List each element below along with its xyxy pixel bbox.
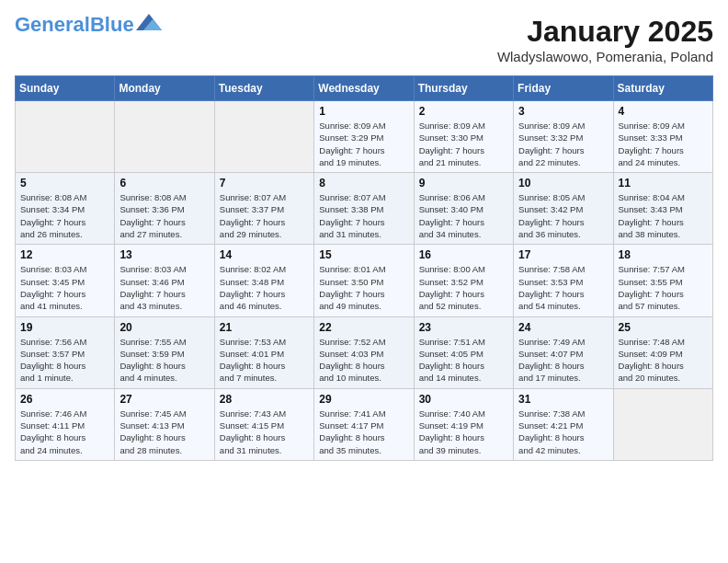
calendar-cell: 30Sunrise: 7:40 AM Sunset: 4:19 PM Dayli…	[414, 388, 513, 460]
calendar-cell: 9Sunrise: 8:06 AM Sunset: 3:40 PM Daylig…	[414, 173, 513, 245]
day-number: 3	[518, 105, 608, 118]
day-number: 16	[419, 248, 508, 261]
calendar-week-row: 26Sunrise: 7:46 AM Sunset: 4:11 PM Dayli…	[16, 388, 713, 460]
day-number: 31	[518, 393, 608, 406]
day-number: 27	[119, 393, 209, 406]
logo-text: GeneralBlue	[15, 15, 134, 35]
calendar-cell: 27Sunrise: 7:45 AM Sunset: 4:13 PM Dayli…	[115, 388, 214, 460]
header-row: SundayMondayTuesdayWednesdayThursdayFrid…	[16, 76, 713, 101]
calendar-cell: 1Sunrise: 8:09 AM Sunset: 3:29 PM Daylig…	[314, 101, 414, 173]
cell-content: Sunrise: 8:01 AM Sunset: 3:50 PM Dayligh…	[319, 263, 408, 312]
calendar-cell	[214, 101, 313, 173]
calendar-cell: 16Sunrise: 8:00 AM Sunset: 3:52 PM Dayli…	[414, 245, 513, 316]
day-number: 11	[619, 177, 708, 190]
cell-content: Sunrise: 7:40 AM Sunset: 4:19 PM Dayligh…	[419, 408, 508, 456]
cell-content: Sunrise: 8:06 AM Sunset: 3:40 PM Dayligh…	[419, 191, 508, 240]
calendar-cell: 31Sunrise: 7:38 AM Sunset: 4:21 PM Dayli…	[514, 388, 613, 460]
calendar-cell: 28Sunrise: 7:43 AM Sunset: 4:15 PM Dayli…	[214, 388, 313, 460]
cell-content: Sunrise: 7:51 AM Sunset: 4:05 PM Dayligh…	[419, 336, 508, 385]
calendar-cell: 4Sunrise: 8:09 AM Sunset: 3:33 PM Daylig…	[613, 101, 712, 173]
calendar-cell	[613, 388, 712, 460]
calendar-week-row: 5Sunrise: 8:08 AM Sunset: 3:34 PM Daylig…	[16, 173, 713, 245]
day-number: 1	[319, 105, 408, 118]
calendar-cell: 5Sunrise: 8:08 AM Sunset: 3:34 PM Daylig…	[16, 173, 115, 245]
day-number: 26	[20, 393, 109, 406]
day-number: 8	[319, 177, 408, 190]
title-block: January 2025 Wladyslawowo, Pomerania, Po…	[497, 15, 713, 64]
calendar-cell: 3Sunrise: 8:09 AM Sunset: 3:32 PM Daylig…	[514, 101, 613, 173]
month-title: January 2025	[497, 15, 713, 49]
day-number: 17	[518, 248, 608, 261]
calendar-cell: 10Sunrise: 8:05 AM Sunset: 3:42 PM Dayli…	[514, 173, 613, 245]
calendar-cell: 25Sunrise: 7:48 AM Sunset: 4:09 PM Dayli…	[613, 316, 712, 388]
cell-content: Sunrise: 8:07 AM Sunset: 3:38 PM Dayligh…	[319, 191, 408, 240]
cell-content: Sunrise: 7:57 AM Sunset: 3:55 PM Dayligh…	[619, 263, 708, 312]
calendar-week-row: 19Sunrise: 7:56 AM Sunset: 3:57 PM Dayli…	[16, 316, 713, 388]
cell-content: Sunrise: 8:03 AM Sunset: 3:46 PM Dayligh…	[119, 263, 209, 312]
day-number: 20	[119, 321, 209, 334]
cell-content: Sunrise: 7:46 AM Sunset: 4:11 PM Dayligh…	[20, 408, 109, 456]
location-title: Wladyslawowo, Pomerania, Poland	[497, 49, 713, 64]
day-number: 5	[20, 177, 109, 190]
calendar-table: SundayMondayTuesdayWednesdayThursdayFrid…	[15, 75, 713, 461]
page-header: GeneralBlue January 2025 Wladyslawowo, P…	[15, 15, 713, 64]
logo-icon	[136, 12, 162, 30]
day-number: 10	[518, 177, 608, 190]
cell-content: Sunrise: 8:04 AM Sunset: 3:43 PM Dayligh…	[619, 191, 708, 240]
cell-content: Sunrise: 8:09 AM Sunset: 3:30 PM Dayligh…	[419, 120, 508, 168]
weekday-header: Wednesday	[314, 76, 414, 101]
cell-content: Sunrise: 8:08 AM Sunset: 3:36 PM Dayligh…	[119, 191, 209, 240]
cell-content: Sunrise: 8:09 AM Sunset: 3:33 PM Dayligh…	[619, 120, 708, 168]
day-number: 23	[419, 321, 508, 334]
day-number: 6	[119, 177, 209, 190]
calendar-cell	[115, 101, 214, 173]
cell-content: Sunrise: 7:41 AM Sunset: 4:17 PM Dayligh…	[319, 408, 408, 456]
calendar-cell: 26Sunrise: 7:46 AM Sunset: 4:11 PM Dayli…	[16, 388, 115, 460]
day-number: 13	[119, 248, 209, 261]
weekday-header: Thursday	[414, 76, 513, 101]
cell-content: Sunrise: 8:03 AM Sunset: 3:45 PM Dayligh…	[20, 263, 109, 312]
day-number: 14	[220, 248, 309, 261]
cell-content: Sunrise: 7:48 AM Sunset: 4:09 PM Dayligh…	[619, 336, 708, 385]
weekday-header: Monday	[115, 76, 214, 101]
cell-content: Sunrise: 7:38 AM Sunset: 4:21 PM Dayligh…	[518, 408, 608, 456]
cell-content: Sunrise: 7:56 AM Sunset: 3:57 PM Dayligh…	[20, 336, 109, 385]
cell-content: Sunrise: 7:45 AM Sunset: 4:13 PM Dayligh…	[119, 408, 209, 456]
calendar-body: 1Sunrise: 8:09 AM Sunset: 3:29 PM Daylig…	[16, 101, 713, 461]
day-number: 2	[419, 105, 508, 118]
calendar-cell: 14Sunrise: 8:02 AM Sunset: 3:48 PM Dayli…	[214, 245, 313, 316]
calendar-cell	[16, 101, 115, 173]
cell-content: Sunrise: 8:09 AM Sunset: 3:32 PM Dayligh…	[518, 120, 608, 168]
day-number: 24	[518, 321, 608, 334]
calendar-cell: 23Sunrise: 7:51 AM Sunset: 4:05 PM Dayli…	[414, 316, 513, 388]
calendar-cell: 19Sunrise: 7:56 AM Sunset: 3:57 PM Dayli…	[16, 316, 115, 388]
calendar-cell: 21Sunrise: 7:53 AM Sunset: 4:01 PM Dayli…	[214, 316, 313, 388]
calendar-cell: 13Sunrise: 8:03 AM Sunset: 3:46 PM Dayli…	[115, 245, 214, 316]
calendar-cell: 18Sunrise: 7:57 AM Sunset: 3:55 PM Dayli…	[613, 245, 712, 316]
calendar-cell: 2Sunrise: 8:09 AM Sunset: 3:30 PM Daylig…	[414, 101, 513, 173]
calendar-week-row: 1Sunrise: 8:09 AM Sunset: 3:29 PM Daylig…	[16, 101, 713, 173]
calendar-cell: 15Sunrise: 8:01 AM Sunset: 3:50 PM Dayli…	[314, 245, 414, 316]
calendar-cell: 12Sunrise: 8:03 AM Sunset: 3:45 PM Dayli…	[16, 245, 115, 316]
cell-content: Sunrise: 7:55 AM Sunset: 3:59 PM Dayligh…	[119, 336, 209, 385]
cell-content: Sunrise: 7:43 AM Sunset: 4:15 PM Dayligh…	[220, 408, 309, 456]
calendar-cell: 17Sunrise: 7:58 AM Sunset: 3:53 PM Dayli…	[514, 245, 613, 316]
day-number: 12	[20, 248, 109, 261]
day-number: 19	[20, 321, 109, 334]
cell-content: Sunrise: 7:49 AM Sunset: 4:07 PM Dayligh…	[518, 336, 608, 385]
cell-content: Sunrise: 8:02 AM Sunset: 3:48 PM Dayligh…	[220, 263, 309, 312]
calendar-header: SundayMondayTuesdayWednesdayThursdayFrid…	[16, 76, 713, 101]
calendar-cell: 11Sunrise: 8:04 AM Sunset: 3:43 PM Dayli…	[613, 173, 712, 245]
logo: GeneralBlue	[15, 15, 162, 35]
calendar-cell: 8Sunrise: 8:07 AM Sunset: 3:38 PM Daylig…	[314, 173, 414, 245]
cell-content: Sunrise: 8:09 AM Sunset: 3:29 PM Dayligh…	[319, 120, 408, 168]
day-number: 21	[220, 321, 309, 334]
day-number: 22	[319, 321, 408, 334]
calendar-cell: 7Sunrise: 8:07 AM Sunset: 3:37 PM Daylig…	[214, 173, 313, 245]
weekday-header: Sunday	[16, 76, 115, 101]
cell-content: Sunrise: 8:08 AM Sunset: 3:34 PM Dayligh…	[20, 191, 109, 240]
day-number: 25	[619, 321, 708, 334]
calendar-week-row: 12Sunrise: 8:03 AM Sunset: 3:45 PM Dayli…	[16, 245, 713, 316]
day-number: 9	[419, 177, 508, 190]
day-number: 15	[319, 248, 408, 261]
